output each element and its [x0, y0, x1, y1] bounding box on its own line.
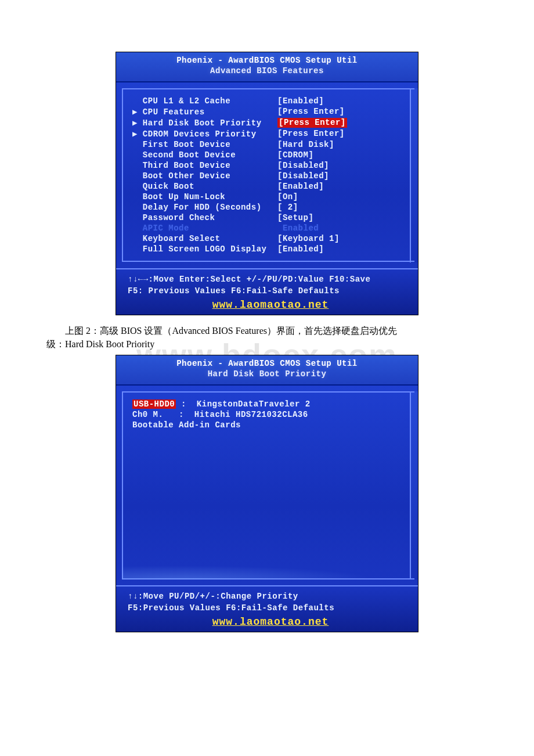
caption-text-line2: 级：Hard Disk Boot Priority	[46, 339, 154, 349]
bios-footer: ↑↓:Move PU/PD/+/-:Change Priority F5:Pre…	[116, 585, 418, 632]
bios-setting-value: [Enabled]	[277, 96, 324, 106]
bios-setting-row[interactable]: ▶ CDROM Devices Priority[Press Enter]	[132, 129, 413, 139]
bios-title-line2: Hard Disk Boot Priority	[118, 369, 416, 379]
bios-setting-label: First Boot Device	[132, 140, 277, 149]
bios-setting-row[interactable]: ▶ CPU Features[Press Enter]	[132, 107, 413, 117]
bios-setting-value: [Hard Disk]	[277, 140, 334, 149]
bios-setting-row[interactable]: Delay For HDD (Seconds)[ 2]	[132, 203, 413, 212]
bios-hdd-priority-list: USB-HDD0 : KingstonDataTraveler 2Ch0 M. …	[122, 391, 414, 579]
bios-footer: ↑↓←→:Move Enter:Select +/-/PU/PD:Value F…	[116, 268, 418, 315]
hdd-priority-item[interactable]: Bootable Add-in Cards	[132, 420, 413, 430]
bios-setting-label: CPU L1 & L2 Cache	[132, 96, 277, 106]
bios-setting-value: [Enabled]	[277, 244, 324, 254]
bios-setting-value: [Press Enter]	[277, 107, 345, 117]
bios-setting-row[interactable]: Keyboard Select[Keyboard 1]	[132, 234, 413, 243]
bios-setting-label: Full Screen LOGO Display	[132, 244, 277, 254]
bios-setting-value: [Disabled]	[277, 161, 329, 170]
hdd-priority-item[interactable]: Ch0 M. : Hitachi HDS721032CLA36	[132, 410, 413, 419]
bios-setting-value: [Press Enter]	[277, 129, 345, 139]
bios-screenshot-advanced-features: Phoenix - AwardBIOS CMOS Setup Util Adva…	[116, 52, 418, 315]
hdd-priority-item[interactable]: USB-HDD0 : KingstonDataTraveler 2	[132, 399, 413, 409]
bios-footer-line1: ↑↓←→:Move Enter:Select +/-/PU/PD:Value F…	[128, 274, 413, 286]
bios-setting-value: [Keyboard 1]	[277, 234, 340, 243]
bios-setting-row[interactable]: Full Screen LOGO Display[Enabled]	[132, 244, 413, 254]
bios-title-line1: Phoenix - AwardBIOS CMOS Setup Util	[118, 56, 416, 65]
bios-setting-label: Delay For HDD (Seconds)	[132, 203, 277, 212]
bios-setting-row[interactable]: APIC Mode Enabled	[132, 224, 413, 233]
bios-setting-row[interactable]: ▶ Hard Disk Boot Priority[Press Enter]	[132, 118, 413, 128]
bios-setting-value: [On]	[277, 192, 298, 201]
bios-setting-value: [Press Enter]	[277, 118, 347, 128]
bios-setting-label: ▶ CDROM Devices Priority	[132, 129, 277, 139]
bios-setting-label: Keyboard Select	[132, 234, 277, 243]
bios-screenshot-hdd-priority: Phoenix - AwardBIOS CMOS Setup Util Hard…	[116, 355, 418, 632]
bios-title-line2: Advanced BIOS Features	[118, 66, 416, 75]
bios-footer-line2: F5:Previous Values F6:Fail-Safe Defaults	[128, 603, 413, 614]
bios-setting-label: ▶ CPU Features	[132, 107, 277, 117]
bios-setting-label: Second Boot Device	[132, 150, 277, 160]
bios-setting-row[interactable]: Boot Other Device[Disabled]	[132, 171, 413, 181]
bios-setting-value: [Enabled]	[277, 182, 324, 191]
bios-setting-row[interactable]: Quick Boot[Enabled]	[132, 182, 413, 191]
bios-setting-value: [Setup]	[277, 213, 313, 222]
caption-text-line1: 上图 2：高级 BIOS 设置（Advanced BIOS Features）界…	[65, 326, 397, 336]
bios-setting-row[interactable]: Second Boot Device[CDROM]	[132, 150, 413, 160]
bios-setting-row[interactable]: Third Boot Device[Disabled]	[132, 161, 413, 170]
bios-footer-line2: F5: Previous Values F6:Fail-Safe Default…	[128, 286, 413, 297]
bios-setting-row[interactable]: Boot Up Num-Lock[On]	[132, 192, 413, 201]
bios-setting-label: Password Check	[132, 213, 277, 222]
bios-setting-label: APIC Mode	[132, 224, 277, 233]
bios-setting-label: Boot Up Num-Lock	[132, 192, 277, 201]
bios-footer-url: www.laomaotao.net	[128, 298, 413, 312]
bios-setting-label: Boot Other Device	[132, 171, 277, 181]
bios-title-bar: Phoenix - AwardBIOS CMOS Setup Util Adva…	[116, 52, 418, 82]
bios-setting-row[interactable]: First Boot Device[Hard Disk]	[132, 140, 413, 149]
bios-title-line1: Phoenix - AwardBIOS CMOS Setup Util	[118, 359, 416, 368]
bios-footer-url: www.laomaotao.net	[128, 615, 413, 629]
bios-settings-list: CPU L1 & L2 Cache[Enabled]▶ CPU Features…	[122, 88, 414, 262]
bios-setting-value: [ 2]	[277, 203, 298, 212]
bios-setting-label: Quick Boot	[132, 182, 277, 191]
bios-setting-row[interactable]: CPU L1 & L2 Cache[Enabled]	[132, 96, 413, 106]
bios-setting-label: Third Boot Device	[132, 161, 277, 170]
hdd-item-left: USB-HDD0	[132, 399, 176, 409]
bios-setting-row[interactable]: Password Check[Setup]	[132, 213, 413, 222]
bios-footer-line1: ↑↓:Move PU/PD/+/-:Change Priority	[128, 591, 413, 603]
hdd-item-right: : KingstonDataTraveler 2	[176, 399, 310, 409]
bios-setting-value: Enabled	[277, 224, 319, 233]
bios-title-bar: Phoenix - AwardBIOS CMOS Setup Util Hard…	[116, 355, 418, 386]
bios-setting-value: [CDROM]	[277, 150, 313, 160]
bios-setting-value: [Disabled]	[277, 171, 329, 181]
bios-setting-label: ▶ Hard Disk Boot Priority	[132, 118, 277, 128]
